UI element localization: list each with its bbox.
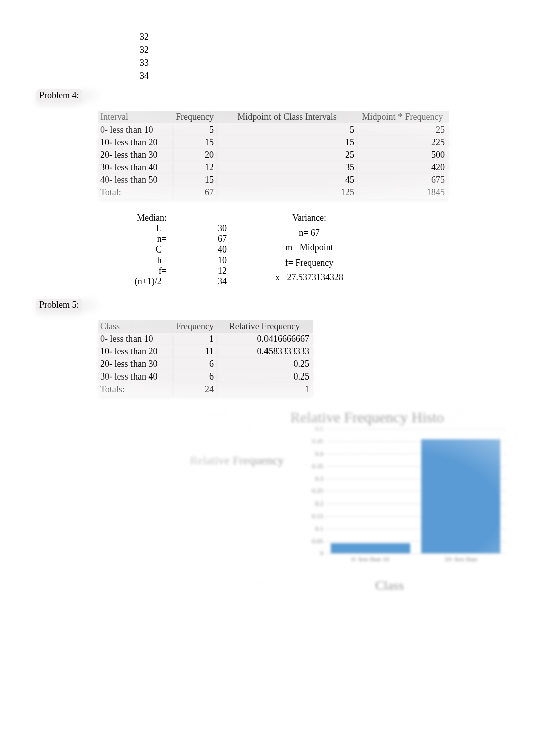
cell: 225	[358, 136, 449, 149]
cell: 24	[174, 383, 218, 396]
y-axis-label: Relative Frequency	[190, 454, 284, 467]
table-row: 30- less than 40 12 35 420	[98, 161, 449, 174]
x-category-label: 10- less than	[416, 555, 506, 563]
y-tick: 0.3	[315, 475, 323, 483]
cell: 1845	[358, 186, 449, 199]
col-class: Class	[98, 320, 174, 333]
cell: 20- less than 30	[98, 358, 174, 370]
y-ticks: 00.050.10.150.20.250.30.350.40.450.5	[305, 429, 325, 564]
cell: 67	[174, 186, 218, 199]
stat-label: f=	[98, 266, 169, 276]
page: 32 32 33 34 Problem 4: Interval Frequenc…	[0, 0, 533, 593]
cell: 25	[218, 149, 358, 161]
bar-slot: 10- less than	[416, 429, 506, 553]
variance-title: Variance:	[249, 213, 369, 227]
number-cell: 33	[140, 56, 533, 69]
chart-plot: 00.050.10.150.20.250.30.350.40.450.5 0- …	[305, 429, 506, 564]
problem5-table-wrap: Class Frequency Relative Frequency 0- le…	[0, 320, 533, 396]
cell: 15	[174, 136, 218, 149]
number-cell: 32	[140, 43, 533, 56]
table-row: 10- less than 20 11 0.4583333333	[98, 345, 313, 358]
col-mf: Midpoint * Frequency	[358, 111, 449, 123]
table-row: 10- less than 20 15 15 225	[98, 136, 449, 149]
cell: 35	[218, 161, 358, 174]
y-tick: 0.5	[315, 425, 323, 433]
top-number-list: 32 32 33 34	[140, 30, 533, 82]
bars: 0- less than 1010- less than	[325, 429, 506, 553]
cell: 0.0416666667	[218, 333, 313, 345]
stat-label: n=	[98, 234, 169, 244]
stat-value: 12	[169, 266, 229, 276]
stat-value: 67	[169, 234, 229, 244]
cell: 30- less than 40	[98, 370, 174, 383]
cell: 420	[358, 161, 449, 174]
problem5-table: Class Frequency Relative Frequency 0- le…	[98, 320, 313, 396]
cell: 20	[174, 149, 218, 161]
cell: 0.25	[218, 358, 313, 370]
stat-label: L=	[98, 223, 169, 234]
problem4-stats: Median: L= 30 n= 67 C= 40 h= 10 f= 12 (n…	[98, 213, 533, 287]
bar	[421, 439, 500, 553]
y-tick: 0.25	[312, 487, 323, 495]
x-category-label: 0- less than 10	[325, 555, 416, 563]
cell: Totals:	[98, 383, 174, 396]
cell: 10- less than 20	[98, 136, 174, 149]
table-row: 0- less than 10 5 5 25	[98, 123, 449, 136]
y-tick: 0.2	[315, 499, 323, 508]
stat-value: 10	[169, 255, 229, 266]
cell: 0.25	[218, 370, 313, 383]
col-frequency: Frequency	[174, 320, 218, 333]
stat-value: 40	[169, 244, 229, 255]
cell: 6	[174, 358, 218, 370]
cell: 1	[218, 383, 313, 396]
table-header-row: Interval Frequency Midpoint of Class Int…	[98, 111, 449, 123]
col-relfreq: Relative Frequency	[218, 320, 313, 333]
y-tick: 0	[320, 549, 324, 557]
cell: 0- less than 10	[98, 123, 174, 136]
variance-block: Variance: n= 67 m= Midpoint f= Frequency…	[249, 213, 369, 287]
cell: 25	[358, 123, 449, 136]
y-tick: 0.05	[312, 537, 323, 545]
table-total-row: Total: 67 125 1845	[98, 186, 449, 199]
y-tick: 0.35	[312, 462, 323, 470]
chart-title: Relative Frequency Histo	[290, 409, 516, 426]
cell: 1	[174, 333, 218, 345]
cell: 20- less than 30	[98, 149, 174, 161]
stat-value: 34	[169, 276, 229, 287]
cell: 125	[218, 186, 358, 199]
cell: 500	[358, 149, 449, 161]
col-midpoint: Midpoint of Class Intervals	[218, 111, 358, 123]
stat-line: x= 27.5373134328	[249, 272, 369, 287]
chart: Relative Frequency Histo Relative Freque…	[195, 409, 516, 593]
problem4-heading: Problem 4:	[36, 89, 82, 102]
table-row: 20- less than 30 6 0.25	[98, 358, 313, 370]
bar-slot: 0- less than 10	[325, 429, 416, 553]
y-tick: 0.15	[312, 512, 323, 520]
cell: 6	[174, 370, 218, 383]
table-row: 30- less than 40 6 0.25	[98, 370, 313, 383]
stat-label: C=	[98, 244, 169, 255]
cell: 45	[218, 174, 358, 186]
cell: 0.4583333333	[218, 345, 313, 358]
number-cell: 32	[140, 30, 533, 43]
problem4-table: Interval Frequency Midpoint of Class Int…	[98, 111, 449, 199]
stat-line: f= Frequency	[249, 258, 369, 272]
cell: Total:	[98, 186, 174, 199]
stat-line: m= Midpoint	[249, 242, 369, 257]
median-title: Median:	[98, 213, 169, 223]
stat-label: (n+1)/2=	[98, 276, 169, 287]
cell: 0- less than 10	[98, 333, 174, 345]
cell: 5	[174, 123, 218, 136]
y-tick: 0.4	[315, 450, 323, 458]
number-cell: 34	[140, 69, 533, 82]
cell: 5	[218, 123, 358, 136]
x-axis-label: Class	[375, 578, 516, 593]
col-frequency: Frequency	[174, 111, 218, 123]
y-tick: 0.1	[315, 525, 323, 533]
bar	[331, 543, 410, 554]
stat-label: h=	[98, 255, 169, 266]
table-row: 0- less than 10 1 0.0416666667	[98, 333, 313, 345]
table-row: 40- less than 50 15 45 675	[98, 174, 449, 186]
cell: 40- less than 50	[98, 174, 174, 186]
col-interval: Interval	[98, 111, 174, 123]
